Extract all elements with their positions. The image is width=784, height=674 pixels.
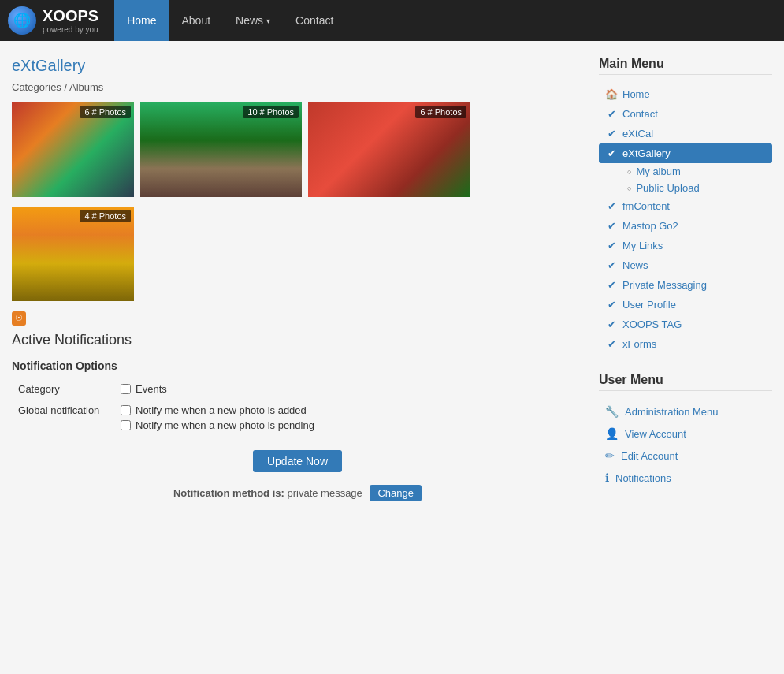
gallery-grid: 6 # Photos 10 # Photos 6 # Photos (12, 102, 583, 197)
photo-count-2: 10 # Photos (243, 106, 299, 118)
sidebar-extgallery-label: eXtGallery (622, 147, 671, 159)
edit-account-label: Edit Account (621, 450, 678, 462)
user-menu-notifications[interactable]: ℹ Notifications (599, 467, 772, 489)
nav-home[interactable]: Home (114, 0, 169, 41)
gallery-item-2[interactable]: 10 # Photos (140, 102, 302, 197)
sidebar-item-xoopstag[interactable]: ✔ XOOPS TAG (599, 315, 772, 334)
navbar: 🌐 XOOPS powered by you Home About News ▾… (0, 0, 784, 41)
sidebar-item-mylinks[interactable]: ✔ My Links (599, 236, 772, 255)
user-menu-title: User Menu (599, 373, 772, 391)
sidebar-privatemsg-label: Private Messaging (622, 279, 707, 291)
user-menu-section: User Menu 🔧 Administration Menu 👤 View A… (599, 373, 772, 489)
privatemsg-icon: ✔ (605, 279, 618, 291)
mastopgo2-icon: ✔ (605, 220, 618, 232)
content-wrapper: eXtGallery Categories / Albums 6 # Photo… (0, 41, 784, 523)
page-title-link[interactable]: eXtGallery (12, 57, 85, 74)
change-method-button[interactable]: Change (370, 485, 422, 501)
notif-new-photo-row: Notify me when a new photo is added (121, 404, 577, 416)
logo-icon: 🌐 (8, 6, 36, 35)
gallery-item-3[interactable]: 6 # Photos (308, 102, 470, 197)
view-account-label: View Account (625, 428, 686, 440)
sidebar-item-extgallery[interactable]: ✔ eXtGallery (599, 143, 772, 163)
rss-icon[interactable]: ☉ (12, 311, 26, 326)
sidebar-item-privatemsg[interactable]: ✔ Private Messaging (599, 275, 772, 295)
notif-method: Notification method is: private message … (12, 485, 583, 501)
notif-method-label: Notification method is: (173, 487, 284, 499)
gallery-item-4[interactable]: 4 # Photos (12, 207, 134, 301)
events-label: Events (136, 383, 167, 395)
admin-label: Administration Menu (625, 406, 719, 418)
notif-pending-photo-row: Notify me when a new photo is pending (121, 419, 577, 431)
page-title: eXtGallery (12, 57, 583, 75)
photo-count-3: 6 # Photos (415, 106, 466, 118)
categories-label: Categories / Albums (12, 81, 583, 93)
nav-contact[interactable]: Contact (283, 0, 346, 41)
notifications-label: Notifications (615, 472, 671, 484)
contact-icon: ✔ (605, 108, 618, 120)
nav-news[interactable]: News ▾ (223, 0, 283, 41)
extgallery-icon: ✔ (605, 147, 618, 159)
sidebar-mastopgo2-label: Mastop Go2 (622, 220, 678, 232)
gallery-grid-row2: 4 # Photos (12, 207, 583, 301)
user-menu-edit-account[interactable]: ✏ Edit Account (599, 445, 772, 467)
nav-items: Home About News ▾ Contact (114, 0, 346, 41)
update-now-button[interactable]: Update Now (253, 450, 342, 472)
sidebar-news-label: News (622, 259, 648, 271)
news-icon: ✔ (605, 259, 618, 271)
main-menu-title: Main Menu (599, 57, 772, 75)
sidebar-item-fmcontent[interactable]: ✔ fmContent (599, 196, 772, 216)
gallery-item-1[interactable]: 6 # Photos (12, 102, 134, 197)
sidebar-sub-publicupload[interactable]: Public Upload (621, 180, 772, 196)
nav-about[interactable]: About (169, 0, 224, 41)
photo-count-1: 6 # Photos (80, 106, 131, 118)
notif-category-row: Category Events (12, 380, 583, 401)
publicupload-label: Public Upload (636, 182, 699, 194)
notif-events-row: Events (121, 383, 577, 395)
home-icon: 🏠 (605, 88, 618, 100)
sidebar-fmcontent-label: fmContent (622, 200, 670, 212)
sidebar-item-extcal[interactable]: ✔ eXtCal (599, 124, 772, 143)
sidebar-home-label: Home (622, 88, 650, 100)
notif-global-row: Global notification Notify me when a new… (12, 401, 583, 438)
sidebar-xoopstag-label: XOOPS TAG (622, 318, 682, 330)
sidebar-xforms-label: xForms (622, 338, 656, 350)
admin-icon: 🔧 (605, 405, 619, 418)
userprofile-icon: ✔ (605, 299, 618, 311)
sidebar-item-news[interactable]: ✔ News (599, 255, 772, 275)
brand-logo[interactable]: 🌐 XOOPS powered by you (8, 6, 98, 35)
sidebar-item-mastopgo2[interactable]: ✔ Mastop Go2 (599, 216, 772, 236)
user-menu-view-account[interactable]: 👤 View Account (599, 423, 772, 445)
sidebar-item-xforms[interactable]: ✔ xForms (599, 334, 772, 354)
news-dropdown-arrow: ▾ (266, 17, 270, 25)
sidebar: Main Menu 🏠 Home ✔ Contact ✔ eXtCal ✔ eX… (599, 57, 772, 508)
pending-photo-checkbox[interactable] (121, 420, 131, 430)
sidebar-item-contact[interactable]: ✔ Contact (599, 104, 772, 124)
notif-table: Category Events Global notification Noti… (12, 380, 583, 438)
sidebar-item-userprofile[interactable]: ✔ User Profile (599, 295, 772, 315)
photo-count-4: 4 # Photos (80, 210, 131, 222)
sidebar-sub-myalbum[interactable]: My album (621, 163, 772, 180)
sidebar-contact-label: Contact (622, 108, 658, 120)
edit-account-icon: ✏ (605, 449, 615, 462)
myalbum-label: My album (636, 166, 680, 177)
xoopstag-icon: ✔ (605, 318, 618, 330)
xforms-icon: ✔ (605, 338, 618, 350)
extcal-icon: ✔ (605, 128, 618, 140)
new-photo-checkbox[interactable] (121, 405, 131, 415)
brand-name: XOOPS (43, 7, 98, 24)
notif-method-value: private message (287, 487, 362, 499)
extgallery-submenu: My album Public Upload (599, 163, 772, 196)
events-checkbox[interactable] (121, 384, 131, 394)
sidebar-item-home[interactable]: 🏠 Home (599, 84, 772, 104)
new-photo-label: Notify me when a new photo is added (136, 404, 307, 416)
notif-global-label: Global notification (12, 401, 114, 438)
notif-category-label: Category (12, 380, 114, 401)
brand-sub: powered by you (43, 25, 98, 34)
sidebar-mylinks-label: My Links (622, 240, 663, 251)
mylinks-icon: ✔ (605, 240, 618, 251)
user-menu-admin[interactable]: 🔧 Administration Menu (599, 400, 772, 423)
sidebar-extcal-label: eXtCal (622, 128, 653, 140)
fmcontent-icon: ✔ (605, 200, 618, 212)
main-menu-section: Main Menu 🏠 Home ✔ Contact ✔ eXtCal ✔ eX… (599, 57, 772, 354)
view-account-icon: 👤 (605, 427, 619, 440)
